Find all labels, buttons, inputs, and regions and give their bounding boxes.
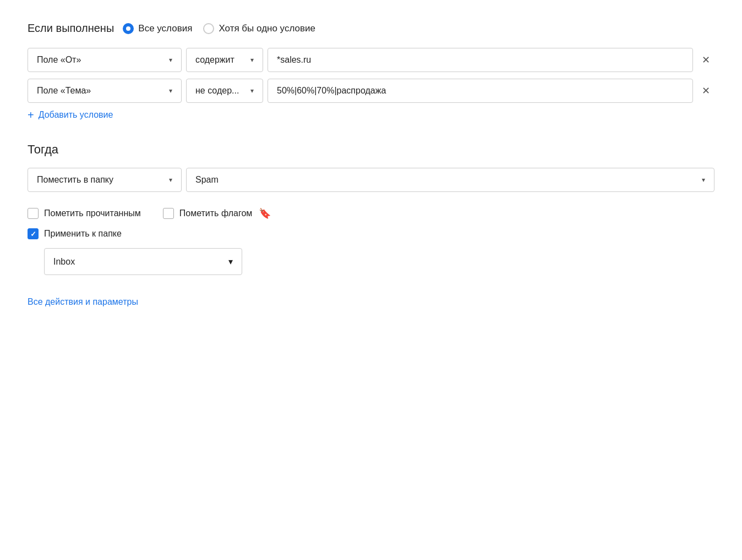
condition-header: Если выполнены Все условия Хотя бы одно …: [28, 22, 714, 35]
action-value-chevron: ▾: [702, 176, 705, 184]
condition-2-operator-select[interactable]: не содер... ▾: [186, 79, 263, 103]
condition-2-remove-button[interactable]: ✕: [697, 83, 714, 99]
checkbox-row: Пометить прочитанным Пометить флагом 🔖: [28, 207, 714, 219]
action-value-label: Spam: [195, 175, 219, 185]
condition-2-field-chevron: ▾: [169, 87, 172, 95]
if-label: Если выполнены: [28, 22, 114, 35]
condition-1-field-chevron: ▾: [169, 56, 172, 64]
mark-read-checkbox[interactable]: [28, 208, 39, 219]
action-field-chevron: ▾: [169, 176, 172, 184]
apply-to-folder-checkbox[interactable]: [28, 228, 39, 239]
all-actions-link[interactable]: Все действия и параметры: [28, 297, 138, 307]
folder-select-wrapper: Inbox ▾: [44, 248, 714, 275]
condition-1-field-select[interactable]: Поле «От» ▾: [28, 48, 182, 72]
action-row: Поместить в папку ▾ Spam ▾: [28, 168, 714, 192]
mark-flag-checkbox[interactable]: [163, 208, 174, 219]
apply-to-folder-label: Применить к папке: [44, 229, 122, 239]
folder-value-label: Inbox: [53, 257, 75, 267]
mark-flag-label: Пометить флагом: [179, 208, 253, 218]
radio-any-condition[interactable]: Хотя бы одно условие: [203, 23, 315, 34]
radio-any-condition-label: Хотя бы одно условие: [219, 23, 315, 34]
action-value-select[interactable]: Spam ▾: [186, 168, 714, 192]
action-field-select[interactable]: Поместить в папку ▾: [28, 168, 182, 192]
condition-1-value[interactable]: *sales.ru: [268, 48, 693, 72]
radio-all-conditions-circle: [123, 23, 134, 34]
add-condition-button[interactable]: + Добавить условие: [28, 109, 113, 120]
condition-2-field-select[interactable]: Поле «Тема» ▾: [28, 79, 182, 103]
radio-group: Все условия Хотя бы одно условие: [123, 23, 315, 34]
condition-1-field-label: Поле «От»: [37, 55, 81, 65]
condition-2-remove-icon: ✕: [702, 85, 710, 96]
then-label: Тогда: [28, 142, 714, 157]
folder-select[interactable]: Inbox ▾: [44, 248, 242, 275]
condition-1-operator-select[interactable]: содержит ▾: [186, 48, 263, 72]
apply-to-folder-row: Применить к папке: [28, 228, 714, 239]
condition-2-operator-chevron: ▾: [250, 87, 254, 95]
condition-1-remove-button[interactable]: ✕: [697, 52, 714, 68]
folder-select-chevron: ▾: [228, 256, 233, 267]
condition-row-1: Поле «От» ▾ содержит ▾ *sales.ru ✕: [28, 48, 714, 72]
flag-icon: 🔖: [259, 207, 271, 219]
radio-all-conditions-label: Все условия: [138, 23, 192, 34]
condition-row-2: Поле «Тема» ▾ не содер... ▾ 50%|60%|70%|…: [28, 79, 714, 103]
mark-flag-checkbox-item[interactable]: Пометить флагом 🔖: [163, 207, 271, 219]
add-condition-plus-icon: +: [28, 109, 34, 120]
radio-any-condition-circle: [203, 23, 214, 34]
add-condition-label: Добавить условие: [39, 110, 113, 120]
condition-2-value[interactable]: 50%|60%|70%|распродажа: [268, 79, 693, 103]
condition-1-operator-chevron: ▾: [250, 56, 254, 64]
mark-read-label: Пометить прочитанным: [44, 208, 141, 218]
radio-all-conditions[interactable]: Все условия: [123, 23, 192, 34]
condition-2-operator-label: не содер...: [195, 86, 239, 96]
action-field-label: Поместить в папку: [37, 175, 113, 185]
condition-2-field-label: Поле «Тема»: [37, 86, 91, 96]
condition-1-remove-icon: ✕: [702, 54, 710, 65]
mark-read-checkbox-item[interactable]: Пометить прочитанным: [28, 208, 141, 219]
condition-1-operator-label: содержит: [195, 55, 234, 65]
